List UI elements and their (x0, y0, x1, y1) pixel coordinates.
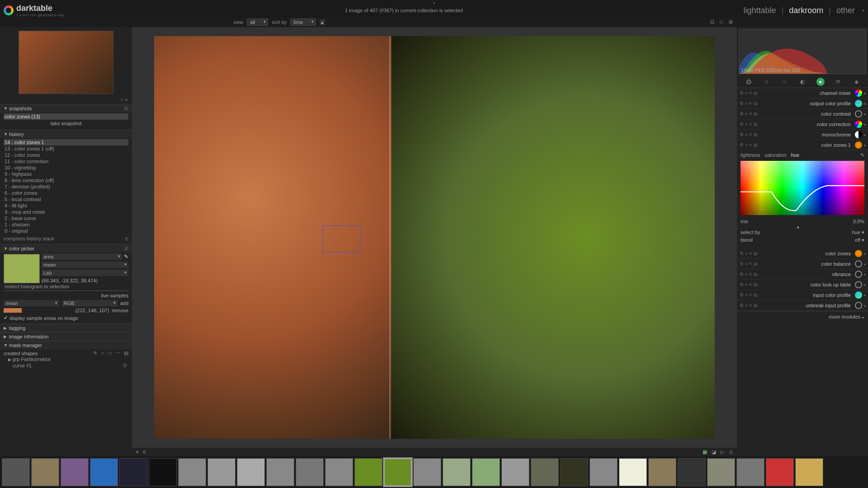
module-reset-icon[interactable]: ⟲ (749, 303, 752, 308)
take-snapshot-button[interactable]: take snapshot (4, 120, 128, 127)
eyedropper-icon[interactable]: ✎ (860, 152, 864, 158)
history-item[interactable]: 8 - lens correction (off) (4, 177, 128, 183)
navigation-thumbnail[interactable] (19, 31, 113, 94)
module-switch-icon[interactable]: ⦿ (740, 143, 744, 147)
history-item[interactable]: 14 - color zones 1 (4, 139, 128, 145)
filmstrip-thumb[interactable] (472, 458, 500, 486)
maskmgr-header[interactable]: ▼ mask manager (0, 341, 132, 349)
module-multi-icon[interactable]: ≡ (745, 282, 747, 287)
module-preset-icon[interactable]: ▤ (754, 303, 758, 308)
history-item[interactable]: 5 - local contrast (4, 196, 128, 202)
module-reset-icon[interactable]: ⟲ (749, 282, 752, 287)
module-switch-icon[interactable]: ⦿ (740, 112, 744, 116)
picker-stat-dropdown[interactable]: mean (42, 262, 128, 268)
history-item[interactable]: 10 - vignetting (4, 164, 128, 171)
image-canvas[interactable] (154, 36, 715, 439)
module-preset-icon[interactable]: ▤ (754, 112, 758, 116)
sample-space-dropdown[interactable]: RGB (62, 300, 118, 306)
filmstrip-thumb[interactable] (296, 458, 324, 486)
filmstrip-thumb[interactable] (531, 458, 559, 486)
styles-icon[interactable]: ⎋ (143, 449, 146, 455)
module-switch-icon[interactable]: ⦿ (740, 293, 744, 297)
module-color-look-up-table[interactable]: ⦿≡⟲▤color look up table◂ (737, 280, 868, 290)
filmstrip-thumb[interactable] (325, 458, 353, 486)
filmstrip-thumb[interactable] (590, 458, 618, 486)
history-item[interactable]: 7 - denoise (profiled) (4, 183, 128, 190)
history-item[interactable]: 12 - color zones (4, 152, 128, 158)
module-multi-icon[interactable]: ≡ (745, 272, 747, 277)
history-item[interactable]: 3 - crop and rotate (4, 209, 128, 215)
warning-icon[interactable]: ⚠ (729, 449, 733, 455)
module-preset-icon[interactable]: ▤ (754, 272, 758, 277)
module-expand-icon[interactable]: ◂ (863, 293, 865, 297)
reset-icon[interactable]: ⦿ (124, 106, 128, 111)
module-multi-icon[interactable]: ≡ (745, 122, 747, 127)
quick-access-icon[interactable]: ≡ (136, 449, 138, 455)
more-modules-button[interactable]: more modules ◂ (737, 311, 868, 322)
module-reset-icon[interactable]: ⟲ (749, 101, 752, 106)
module-expand-icon[interactable]: ◂ (863, 143, 865, 147)
module-reset-icon[interactable]: ⟲ (749, 262, 752, 266)
history-header[interactable]: ▼ history (0, 130, 132, 138)
filmstrip-thumb[interactable] (2, 458, 30, 486)
snapshot-split-line[interactable] (390, 36, 390, 439)
module-switch-icon[interactable]: ⦿ (740, 262, 744, 266)
view-other[interactable]: other (836, 6, 855, 15)
module-expand-icon[interactable]: ◂ (863, 272, 865, 277)
module-color-balance[interactable]: ⦿≡⟲▤color balance◂ (737, 259, 868, 269)
module-expand-icon[interactable]: ◂ (863, 91, 865, 95)
path-icon[interactable]: 〰 (115, 350, 120, 356)
module-reset-icon[interactable]: ⟲ (749, 143, 752, 147)
filmstrip-thumb[interactable] (119, 458, 147, 486)
sort-direction-button[interactable]: ▴ (320, 19, 325, 25)
module-input-color-profile[interactable]: ⦿≡⟲▤input color profile◂ (737, 290, 868, 300)
eyedropper-icon[interactable]: ✎ (124, 253, 128, 260)
slider-handle[interactable]: ▲ (796, 225, 800, 229)
softproof-icon[interactable]: ▷ (721, 449, 724, 455)
module-monochrome[interactable]: ⦿≡⟲▤monochrome◂ (737, 130, 868, 140)
module-power-icon[interactable]: ⏻ (745, 78, 753, 86)
snapshots-header[interactable]: ▼ snapshots ⦿ (0, 104, 132, 113)
top-collapse-handle[interactable] (0, 0, 868, 4)
sort-dropdown[interactable]: time (290, 19, 316, 26)
module-expand-icon[interactable]: ◂ (863, 283, 865, 287)
module-color-zones[interactable]: ⦿≡⟲▤color zones◂ (737, 249, 868, 259)
pencil-icon[interactable]: ✎ (93, 350, 97, 356)
styles-create-icon[interactable]: ⎋ (125, 236, 128, 241)
module-preset-icon[interactable]: ▤ (754, 262, 758, 266)
mask-group-item[interactable]: ▶ grp Farbkorrektur (4, 356, 128, 362)
filmstrip-thumb[interactable] (61, 458, 89, 486)
module-basic-icon[interactable]: ○ (780, 78, 788, 86)
tab-lightness[interactable]: lightness (741, 152, 760, 158)
history-item[interactable]: 2 - base curve (4, 215, 128, 221)
star-icon[interactable]: ☆ (719, 19, 724, 25)
module-effect-icon[interactable]: ◈ (852, 78, 860, 86)
module-color-correction[interactable]: ⦿≡⟲▤color correction◂ (737, 119, 868, 130)
module-preset-icon[interactable]: ▤ (754, 293, 758, 297)
filmstrip-thumb[interactable] (707, 458, 735, 486)
filmstrip-thumb[interactable] (443, 458, 471, 486)
history-item[interactable]: 4 - fill light (4, 202, 128, 209)
overexposed-icon[interactable]: ▦ (703, 449, 707, 455)
tab-saturation[interactable]: saturation (764, 152, 786, 158)
preferences-icon[interactable]: ⚙ (728, 19, 733, 25)
history-item[interactable]: 11 - color correction (4, 158, 128, 164)
module-expand-icon[interactable]: ◂ (863, 112, 865, 116)
blend-dropdown[interactable]: off ▾ (855, 237, 864, 243)
module-switch-icon[interactable]: ⦿ (740, 91, 744, 95)
module-reset-icon[interactable]: ⟲ (749, 112, 752, 116)
module-expand-icon[interactable]: ◂ (863, 252, 865, 256)
module-tone-icon[interactable]: ◐ (798, 78, 807, 86)
module-reset-icon[interactable]: ⟲ (749, 122, 752, 127)
module-switch-icon[interactable]: ⦿ (740, 251, 744, 256)
module-unbreak-input-profile[interactable]: ⦿≡⟲▤unbreak input profile◂ (737, 300, 868, 311)
gamut-icon[interactable]: ◪ (712, 449, 716, 455)
gamut-check-icon[interactable]: G (710, 19, 714, 25)
filmstrip[interactable] (0, 456, 868, 488)
module-multi-icon[interactable]: ≡ (745, 143, 747, 147)
checkbox-icon[interactable]: ✔ (4, 315, 8, 321)
module-preset-icon[interactable]: ▤ (754, 282, 758, 287)
filmstrip-thumb[interactable] (560, 458, 588, 486)
module-preset-icon[interactable]: ▤ (754, 132, 758, 137)
tab-hue[interactable]: hue (791, 152, 799, 158)
